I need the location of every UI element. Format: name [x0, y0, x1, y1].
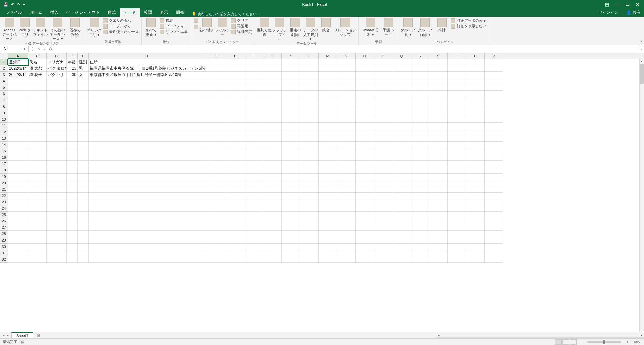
- hide-detail-icon: [451, 24, 455, 29]
- maximize-button[interactable]: ▭: [626, 2, 630, 7]
- redo-button[interactable]: ↷: [17, 2, 20, 7]
- dedup-icon: [290, 18, 300, 27]
- formula-bar: A1 ▼ ⋮ ✕ ✓ fx ⌄: [0, 45, 644, 53]
- connections-icon: [160, 18, 164, 23]
- tab-home[interactable]: ホーム: [26, 8, 46, 17]
- group-external-data: Access データベース Web クエリ テキスト ファイル その他の データ…: [0, 17, 85, 45]
- sort-button[interactable]: 並べ替え: [200, 17, 214, 32]
- advanced-filter-button[interactable]: 詳細設定: [230, 29, 253, 34]
- group-outline: グループ化 ▾ グループ解除 ▾ 小計 詳細データの表示 詳細を表示しない アウ…: [398, 17, 489, 45]
- group-label: 取得と変換: [87, 39, 139, 44]
- ribbon: Access データベース Web クエリ テキスト ファイル その他の データ…: [0, 17, 644, 45]
- consolidate-icon: [321, 18, 331, 27]
- group-forecast: What-If 分析 ▾ 予測 シート 予測: [359, 17, 398, 45]
- group-label: 接続: [144, 39, 189, 44]
- from-table-button[interactable]: テーブルから: [102, 24, 139, 29]
- ungroup-icon: [420, 18, 430, 27]
- reapply-filter-button[interactable]: 再適用: [230, 24, 253, 29]
- share-button[interactable]: 👤 共有: [623, 8, 644, 17]
- new-query-button[interactable]: 新しいク エリ ▾: [87, 17, 102, 37]
- window-controls: ▤ — ▭ ✕: [600, 2, 644, 7]
- show-detail-icon: [451, 18, 455, 23]
- group-sort-filter: 並べ替え フィルター クリア 再適用 詳細設定 並べ替えとフィルター: [191, 17, 255, 45]
- sign-in-link[interactable]: サインイン: [595, 8, 623, 17]
- text-icon: [36, 18, 45, 27]
- from-table-icon: [103, 24, 108, 29]
- tell-me-search[interactable]: 💡 実行したい作業を入力してください...: [188, 12, 263, 17]
- tab-page-layout[interactable]: ページ レイアウト: [62, 8, 104, 17]
- formula-input[interactable]: [54, 46, 637, 52]
- close-button[interactable]: ✕: [636, 2, 639, 7]
- text-to-columns-button[interactable]: 区切り位置: [257, 17, 272, 37]
- relationships-icon: [340, 18, 350, 27]
- tab-insert[interactable]: 挿入: [46, 8, 62, 17]
- t2c-icon: [260, 18, 269, 27]
- tab-developer[interactable]: 開発: [172, 8, 188, 17]
- from-text-button[interactable]: テキスト ファイル: [33, 17, 48, 37]
- from-access-button[interactable]: Access データベース: [2, 17, 17, 41]
- edit-links-button[interactable]: リンクの編集: [159, 29, 189, 34]
- lightbulb-icon: 💡: [192, 12, 196, 16]
- enter-icon[interactable]: ✓: [42, 47, 48, 51]
- existing-connections-button[interactable]: 既存の 接続: [68, 17, 83, 37]
- properties-button[interactable]: プロパティ: [159, 24, 189, 29]
- tab-data[interactable]: データ: [120, 8, 140, 17]
- show-detail-button[interactable]: 詳細データの表示: [450, 18, 487, 23]
- recent-sources-button[interactable]: 最近使ったソース: [102, 29, 139, 34]
- sort-za-icon: [194, 25, 198, 29]
- qat-customize[interactable]: ▾: [23, 2, 25, 7]
- share-icon: 👤: [626, 10, 631, 15]
- minimize-button[interactable]: —: [615, 2, 620, 7]
- filter-button[interactable]: フィルター: [215, 17, 230, 37]
- fx-icon[interactable]: fx: [48, 47, 54, 51]
- edit-links-icon: [160, 30, 164, 34]
- clear-filter-button[interactable]: クリア: [230, 18, 253, 23]
- access-icon: [5, 18, 14, 27]
- tell-me-placeholder: 実行したい作業を入力してください...: [198, 12, 260, 17]
- forecast-sheet-button[interactable]: 予測 シート: [381, 17, 396, 37]
- name-box-dropdown-icon[interactable]: ▼: [23, 47, 26, 51]
- flash-fill-button[interactable]: フラッシュ フィル: [272, 17, 287, 41]
- tab-view[interactable]: 表示: [156, 8, 172, 17]
- connections-button[interactable]: 接続: [159, 18, 189, 23]
- data-validation-button[interactable]: データの 入力規則 ▾: [303, 17, 318, 41]
- sort-za-button[interactable]: [193, 25, 199, 29]
- cancel-icon[interactable]: ✕: [36, 47, 42, 51]
- group-button[interactable]: グループ化 ▾: [400, 17, 415, 37]
- from-other-button[interactable]: その他の データ ソース ▾: [48, 17, 67, 41]
- sort-icon: [202, 18, 212, 27]
- undo-button[interactable]: ↶: [11, 2, 14, 7]
- save-icon[interactable]: 💾: [3, 2, 8, 7]
- whatif-icon: [366, 18, 375, 27]
- tab-review[interactable]: 校閲: [140, 8, 156, 17]
- group-label: 予測: [361, 39, 396, 44]
- collapse-ribbon-icon[interactable]: ᐱ: [640, 40, 643, 44]
- expand-formula-bar-icon[interactable]: ⌄: [640, 47, 643, 51]
- separator: ⋮: [30, 47, 36, 51]
- remove-duplicates-button[interactable]: 重複の 削除: [288, 17, 303, 37]
- forecast-icon: [384, 18, 393, 27]
- refresh-icon: [146, 18, 156, 27]
- group-icon: [403, 18, 413, 27]
- relationships-button[interactable]: リレーションシップ: [334, 17, 356, 37]
- group-label: アウトライン: [400, 39, 487, 44]
- from-web-button[interactable]: Web クエリ: [17, 17, 32, 37]
- properties-icon: [160, 24, 164, 29]
- show-queries-button[interactable]: クエリの表示: [102, 18, 139, 23]
- group-get-transform: 新しいク エリ ▾ クエリの表示 テーブルから 最近使ったソース 取得と変換: [85, 17, 142, 45]
- whatif-button[interactable]: What-If 分析 ▾: [361, 17, 381, 37]
- hide-detail-button[interactable]: 詳細を表示しない: [450, 24, 487, 29]
- reapply-icon: [231, 24, 236, 29]
- ungroup-button[interactable]: グループ解除 ▾: [416, 17, 434, 37]
- share-label: 共有: [633, 10, 641, 15]
- consolidate-button[interactable]: 統合: [319, 17, 333, 32]
- refresh-all-button[interactable]: すべて 更新 ▾: [144, 17, 158, 37]
- name-box[interactable]: A1 ▼: [1, 46, 29, 52]
- sort-az-icon: [194, 18, 198, 23]
- tab-formulas[interactable]: 数式: [104, 8, 120, 17]
- sort-az-button[interactable]: [193, 18, 199, 23]
- ribbon-options-icon[interactable]: ▤: [605, 2, 609, 7]
- filter-icon: [218, 18, 227, 27]
- tab-file[interactable]: ファイル: [2, 8, 26, 17]
- subtotal-button[interactable]: 小計: [435, 17, 449, 32]
